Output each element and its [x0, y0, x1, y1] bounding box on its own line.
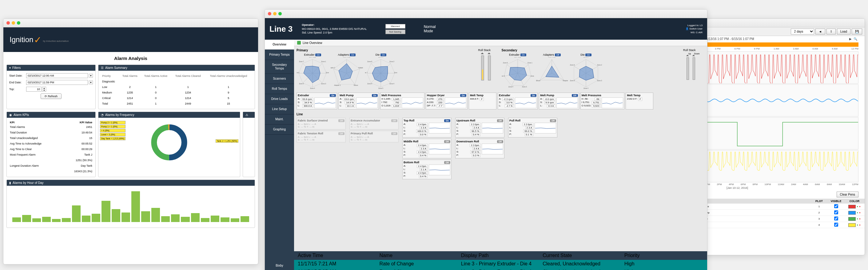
- roll-toggle[interactable]: On: [444, 119, 450, 122]
- chart-icon: ◔: [101, 113, 104, 117]
- calendar-icon[interactable]: ▾: [89, 81, 93, 84]
- gauge-icon: ◉: [9, 113, 12, 117]
- home-icon[interactable]: [297, 41, 301, 44]
- clear-pens-button[interactable]: Clear Pens: [837, 191, 859, 198]
- pen-delete-icon[interactable]: ●: [859, 211, 861, 214]
- gauge-hopper-dryer: Hopper Dryer On S 270:270A 220:220DP -7.…: [426, 93, 467, 110]
- pen-visible-checkbox[interactable]: [834, 216, 838, 220]
- svg-marker-96: [686, 55, 689, 56]
- pen-plot[interactable]: 3: [811, 217, 827, 220]
- pen-plot[interactable]: 4: [811, 223, 827, 226]
- svg-text:Zone 6: Zone 6: [367, 83, 372, 85]
- nav-drive-loads[interactable]: Drive Loads: [265, 94, 294, 104]
- nav-maint.[interactable]: Maint.: [265, 114, 294, 124]
- gauge-extruder: Extruder On A: -2.3 rpmS: 3.0 %L: -2.7 A: [498, 93, 538, 110]
- pen-visible-checkbox[interactable]: [834, 204, 838, 208]
- svg-text:Zone 7: Zone 7: [365, 72, 368, 73]
- roll-middle-roll: Middle Roll Off A: 2.4 fpmL: 2.3 AS: 2.4…: [402, 139, 452, 158]
- pen-plot[interactable]: 2: [811, 211, 827, 214]
- prev-button[interactable]: ◄: [815, 29, 825, 34]
- user-icon: 👤: [686, 27, 689, 30]
- nav-line-setup[interactable]: Line Setup: [265, 104, 294, 114]
- nav-graphing[interactable]: Graphing: [265, 124, 294, 135]
- pen-visible-checkbox[interactable]: [834, 210, 838, 214]
- gauge-toggle[interactable]: On: [460, 94, 466, 97]
- load-button[interactable]: Load: [837, 29, 850, 34]
- refresh-button[interactable]: ⟳ Refresh: [40, 93, 62, 99]
- nav-bixby[interactable]: Bixby: [265, 261, 294, 270]
- toggle-extruder[interactable]: On: [315, 54, 321, 56]
- titlebar[interactable]: [265, 9, 707, 18]
- secondary-label: Secondary: [502, 49, 682, 52]
- nav-scanners[interactable]: Scanners: [265, 74, 294, 84]
- pen-delete-icon[interactable]: ●: [859, 217, 861, 220]
- start-date-input[interactable]: [26, 73, 88, 78]
- gauge-melt-temp: Melt Temp 2192.0 F:F: [626, 93, 653, 110]
- zoom-in-icon[interactable]: 🔍: [854, 37, 857, 40]
- gauge-extruder: Extruder On A: 33.8 rpmS: 34.5 %L: 300.8…: [297, 93, 337, 110]
- maximize-icon[interactable]: [17, 21, 20, 25]
- toggle-die[interactable]: On: [585, 54, 591, 56]
- minimize-icon[interactable]: [12, 21, 15, 25]
- pen-edit-icon[interactable]: ●: [857, 205, 858, 208]
- pen-edit-icon[interactable]: ●: [857, 217, 858, 220]
- svg-marker-87: [579, 66, 594, 80]
- svg-text:Zone 4: Zone 4: [508, 86, 514, 88]
- toggle-adapters[interactable]: Off: [555, 54, 561, 56]
- operator-info: Operator: MO-09910-001, 9641, 2.5MM EM55…: [302, 23, 367, 35]
- pen-edit-icon[interactable]: ●: [857, 211, 858, 214]
- save-button[interactable]: 💾: [852, 29, 862, 34]
- nav-primary-temps[interactable]: Primary Temps: [265, 50, 294, 60]
- top-input[interactable]: [26, 87, 41, 92]
- spinner-icon[interactable]: ▲▼: [42, 87, 46, 92]
- pen-color-swatch[interactable]: [848, 205, 856, 209]
- gauge-toggle[interactable]: Off: [572, 94, 578, 97]
- svg-marker-54: [481, 53, 484, 54]
- svg-rect-52: [488, 56, 491, 80]
- play-icon[interactable]: ▶: [849, 37, 852, 40]
- pen-edit-icon[interactable]: ●: [857, 223, 858, 226]
- saving-button[interactable]: Not Saving: [385, 30, 405, 34]
- pen-delete-icon[interactable]: ●: [859, 205, 861, 208]
- summary-table: PriorityTotal AlarmsTotal Alarms ActiveT…: [101, 73, 252, 107]
- minimize-icon[interactable]: [273, 12, 277, 16]
- export-button[interactable]: ⇪: [827, 29, 836, 34]
- close-icon[interactable]: [6, 21, 10, 25]
- close-icon[interactable]: [268, 12, 271, 16]
- manned-button[interactable]: Manned: [385, 24, 405, 29]
- svg-marker-97: [692, 55, 695, 56]
- pen-visible-checkbox[interactable]: [834, 223, 838, 227]
- nav-overview[interactable]: Overview: [265, 40, 294, 50]
- alarm-row[interactable]: 11/17/15 7:21 AMRate of ChangeLine 3 - P…: [294, 260, 707, 268]
- filter-icon: ▾: [9, 66, 11, 69]
- pen-plot[interactable]: 1: [811, 205, 827, 208]
- toggle-die[interactable]: On: [380, 54, 386, 56]
- start-date-label: Start Date:: [9, 74, 26, 77]
- nav-secondary-temps[interactable]: Secondary Temps: [265, 60, 294, 74]
- pen-delete-icon[interactable]: ●: [859, 223, 861, 226]
- svg-text:Zone 3: Zone 3: [522, 86, 527, 88]
- range-select[interactable]: 2 days: [791, 29, 814, 34]
- roll-entrance-accumulator: Entrance Accumulator Off A: — fpm L: — A…: [349, 118, 399, 129]
- svg-text:Zone 7: Zone 7: [299, 61, 304, 62]
- calendar-icon[interactable]: ▾: [89, 74, 93, 78]
- gauge-toggle[interactable]: On: [531, 94, 537, 97]
- toggle-extruder[interactable]: On: [521, 54, 526, 56]
- switch-user-link[interactable]: 👤 Switch User: [686, 27, 703, 30]
- titlebar[interactable]: [3, 19, 258, 27]
- roll-fabric-tension-roll: Fabric Tension Roll Off A: — fpm L: — AS…: [297, 131, 346, 142]
- pen-color-swatch[interactable]: [848, 223, 856, 227]
- toggle-adapters[interactable]: On: [350, 54, 355, 56]
- gauge-toggle[interactable]: On: [372, 94, 378, 97]
- maximize-icon[interactable]: [278, 12, 282, 16]
- nav-roll-temps[interactable]: Roll Temps: [265, 84, 294, 94]
- save-icon: 💾: [855, 30, 859, 33]
- radar-adapters: Adapters On Melt PumpAdapter 3ElbowAdapt…: [331, 53, 363, 91]
- pen-color-swatch[interactable]: [848, 211, 856, 215]
- gauge-toggle[interactable]: On: [330, 94, 336, 97]
- pen-color-swatch[interactable]: [848, 217, 856, 221]
- svg-text:Zone 5: Zone 5: [299, 83, 304, 85]
- end-date-input[interactable]: [26, 80, 88, 85]
- alarm-row[interactable]: 11/17/15 7:25 AMRate of ChangeLine 3 - P…: [294, 268, 707, 270]
- svg-marker-12: [304, 66, 320, 83]
